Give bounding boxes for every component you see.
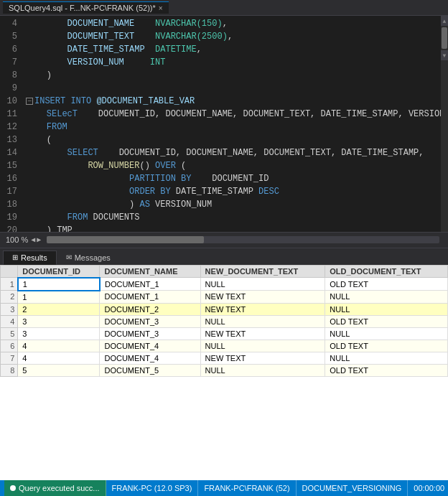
new-text-cell[interactable]: NEW TEXT	[200, 327, 325, 340]
doc-id-cell[interactable]: 3	[18, 327, 100, 340]
doc-id-cell[interactable]: 2	[18, 303, 100, 315]
zoom-arrows[interactable]: ◀ ▶	[31, 235, 41, 244]
code-line: SELecT DOCUMENT_ID, DOCUMENT_NAME, DOCUM…	[26, 108, 441, 121]
old-text-cell[interactable]: OLD TEXT	[325, 315, 448, 327]
table-row[interactable]: 53DOCUMENT_3NEW TEXTNULL	[1, 327, 448, 340]
new-text-cell[interactable]: NEW TEXT	[200, 303, 325, 315]
zoom-scrollbar[interactable]	[47, 236, 439, 243]
doc-id-cell[interactable]: 1	[18, 278, 100, 291]
token: FROM	[67, 211, 88, 224]
code-line: DOCUMENT_TEXT NVARCHAR(2500),	[26, 30, 441, 43]
scroll-up-arrow[interactable]: ▲	[441, 16, 448, 26]
table-row[interactable]: 11DOCUMENT_1NULLOLD TEXT	[1, 278, 448, 291]
line-number: 7	[3, 56, 17, 69]
doc-name-cell[interactable]: DOCUMENT_2	[100, 303, 200, 315]
column-header[interactable]: NEW_DOCUMENT_TEXT	[200, 265, 325, 278]
tab-label: SQLQuery4.sql - F...NK-PC\FRANK (52))*	[9, 4, 156, 12]
doc-name-cell[interactable]: DOCUMENT_1	[100, 278, 200, 291]
token	[145, 43, 155, 56]
query-status-text: Query executed succ...	[19, 484, 100, 492]
editor-scroll[interactable]: 4567891011121314151617181920212223242526…	[0, 16, 441, 232]
token	[26, 108, 47, 121]
doc-name-cell[interactable]: DOCUMENT_4	[100, 340, 200, 352]
doc-name-cell[interactable]: DOCUMENT_1	[100, 291, 200, 304]
token: VERSION_NUM	[67, 56, 124, 69]
code-content[interactable]: DOCUMENT_NAME NVARCHAR(150), DOCUMENT_TE…	[23, 16, 441, 232]
results-grid[interactable]: DOCUMENT_IDDOCUMENT_NAMENEW_DOCUMENT_TEX…	[0, 265, 448, 481]
new-text-cell[interactable]: NULL	[200, 364, 325, 376]
doc-id-cell[interactable]: 4	[18, 352, 100, 364]
line-number: 9	[3, 82, 17, 95]
token	[26, 198, 129, 211]
line-number: 6	[3, 43, 17, 56]
line-number: 19	[3, 211, 17, 224]
table-row[interactable]: 85DOCUMENT_5NULLOLD TEXT	[1, 364, 448, 376]
table-row[interactable]: 43DOCUMENT_3NULLOLD TEXT	[1, 315, 448, 327]
old-text-cell[interactable]: NULL	[325, 291, 448, 304]
close-tab-button[interactable]: ×	[159, 4, 163, 12]
zoom-thumb[interactable]	[47, 236, 204, 243]
new-text-cell[interactable]: NULL	[200, 278, 325, 291]
row-number-cell: 8	[1, 364, 18, 376]
results-tab-results[interactable]: ⊞Results	[3, 251, 57, 265]
token: INSERT INTO	[34, 95, 96, 108]
zoom-left-arrow[interactable]: ◀	[31, 235, 35, 244]
token: NVARCHAR(2500)	[155, 30, 228, 43]
results-tab-messages[interactable]: ✉Messages	[57, 251, 120, 265]
token	[26, 43, 67, 56]
doc-name-cell[interactable]: DOCUMENT_4	[100, 352, 200, 364]
old-text-cell[interactable]: NULL	[325, 303, 448, 315]
line-number: 5	[3, 30, 17, 43]
code-editor[interactable]: 4567891011121314151617181920212223242526…	[0, 16, 441, 232]
code-line: SELECT DOCUMENT_ID, DOCUMENT_NAME, DOCUM…	[26, 146, 441, 159]
doc-name-cell[interactable]: DOCUMENT_5	[100, 364, 200, 376]
token: VERSION_NUM	[150, 198, 212, 211]
new-text-cell[interactable]: NEW TEXT	[200, 352, 325, 364]
token	[26, 146, 67, 159]
code-area: 4567891011121314151617181920212223242526…	[0, 16, 441, 232]
new-text-cell[interactable]: NULL	[200, 340, 325, 352]
line-number: 16	[3, 172, 17, 185]
collapse-box[interactable]: −	[26, 98, 33, 105]
editor-scrollbar[interactable]: ▲ ▼	[441, 16, 448, 232]
old-text-cell[interactable]: OLD TEXT	[325, 340, 448, 352]
old-text-cell[interactable]: OLD TEXT	[325, 364, 448, 376]
doc-name-cell[interactable]: DOCUMENT_3	[100, 315, 200, 327]
tab-label: Messages	[75, 253, 111, 262]
column-header[interactable]: DOCUMENT_NAME	[100, 265, 200, 278]
doc-id-cell[interactable]: 4	[18, 340, 100, 352]
results-table: DOCUMENT_IDDOCUMENT_NAMENEW_DOCUMENT_TEX…	[0, 265, 448, 377]
token: ROW_NUMBER	[88, 159, 139, 172]
scroll-down-arrow[interactable]: ▼	[441, 50, 448, 60]
table-row[interactable]: 64DOCUMENT_4NULLOLD TEXT	[1, 340, 448, 352]
row-number-cell: 1	[1, 278, 18, 291]
old-text-cell[interactable]: NULL	[325, 352, 448, 364]
table-body[interactable]: 11DOCUMENT_1NULLOLD TEXT21DOCUMENT_1NEW …	[1, 278, 448, 377]
table-row[interactable]: 21DOCUMENT_1NEW TEXTNULL	[1, 291, 448, 304]
doc-id-cell[interactable]: 5	[18, 364, 100, 376]
code-line: DATE_TIME_STAMP DATETIME,	[26, 43, 441, 56]
token	[26, 172, 129, 185]
doc-id-cell[interactable]: 1	[18, 291, 100, 304]
doc-name-cell[interactable]: DOCUMENT_3	[100, 327, 200, 340]
database-item: DOCUMENT_VERSIONING	[297, 480, 409, 496]
table-row[interactable]: 32DOCUMENT_2NEW TEXTNULL	[1, 303, 448, 315]
new-text-cell[interactable]: NULL	[200, 315, 325, 327]
doc-id-cell[interactable]: 3	[18, 315, 100, 327]
old-text-cell[interactable]: OLD TEXT	[325, 278, 448, 291]
new-text-cell[interactable]: NEW TEXT	[200, 291, 325, 304]
code-line: )	[26, 69, 441, 82]
zoom-right-arrow[interactable]: ▶	[37, 235, 41, 244]
column-header[interactable]: DOCUMENT_ID	[18, 265, 100, 278]
line-number: 15	[3, 159, 17, 172]
code-line: ROW_NUMBER() OVER (	[26, 159, 441, 172]
editor-tab[interactable]: SQLQuery4.sql - F...NK-PC\FRANK (52))* ×	[3, 1, 169, 14]
token: (	[176, 159, 186, 172]
column-header[interactable]: OLD_DOCUMENT_TEXT	[325, 265, 448, 278]
old-text-cell[interactable]: NULL	[325, 327, 448, 340]
editor-wrapper: 4567891011121314151617181920212223242526…	[0, 16, 448, 232]
table-row[interactable]: 74DOCUMENT_4NEW TEXTNULL	[1, 352, 448, 364]
token: ,	[197, 43, 202, 56]
token: DATE_TIME_STAMP	[67, 43, 145, 56]
scroll-thumb[interactable]	[442, 27, 447, 49]
